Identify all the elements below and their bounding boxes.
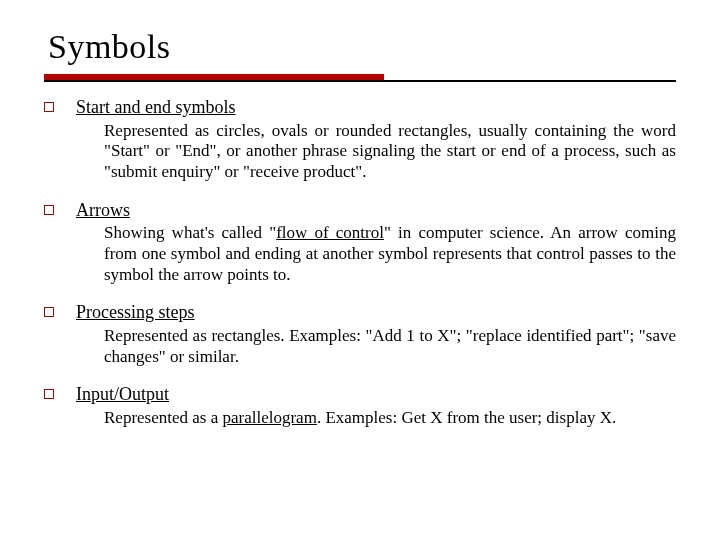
content-list: Start and end symbols Represented as cir… xyxy=(44,96,676,429)
desc-text: Showing what's called " xyxy=(104,223,276,242)
item-body: Start and end symbols Represented as cir… xyxy=(76,96,676,183)
item-term: Arrows xyxy=(76,199,676,222)
item-body: Input/Output Represented as a parallelog… xyxy=(76,383,676,428)
list-item: Arrows Showing what's called "flow of co… xyxy=(44,199,676,286)
item-desc: Represented as rectangles. Examples: "Ad… xyxy=(76,326,676,367)
list-item: Processing steps Represented as rectangl… xyxy=(44,301,676,367)
desc-text: Represented as circles, ovals or rounded… xyxy=(104,121,676,181)
desc-text: Represented as rectangles. Examples: "Ad… xyxy=(104,326,676,366)
square-bullet-icon xyxy=(44,102,54,112)
slide: Symbols Start and end symbols Represente… xyxy=(0,0,720,540)
item-desc: Showing what's called "flow of control" … xyxy=(76,223,676,285)
desc-text: . Examples: Get X from the user; display… xyxy=(317,408,616,427)
list-item: Start and end symbols Represented as cir… xyxy=(44,96,676,183)
rule-black xyxy=(44,80,676,82)
list-item: Input/Output Represented as a parallelog… xyxy=(44,383,676,428)
item-desc: Represented as a parallelogram. Examples… xyxy=(76,408,676,429)
item-body: Processing steps Represented as rectangl… xyxy=(76,301,676,367)
page-title: Symbols xyxy=(48,28,676,66)
item-desc: Represented as circles, ovals or rounded… xyxy=(76,121,676,183)
item-body: Arrows Showing what's called "flow of co… xyxy=(76,199,676,286)
square-bullet-icon xyxy=(44,389,54,399)
item-term: Start and end symbols xyxy=(76,96,676,119)
square-bullet-icon xyxy=(44,205,54,215)
link-text[interactable]: parallelogram xyxy=(222,408,316,427)
item-term: Input/Output xyxy=(76,383,676,406)
link-text[interactable]: flow of control xyxy=(276,223,384,242)
square-bullet-icon xyxy=(44,307,54,317)
title-rule xyxy=(44,74,676,82)
desc-text: Represented as a xyxy=(104,408,222,427)
item-term: Processing steps xyxy=(76,301,676,324)
